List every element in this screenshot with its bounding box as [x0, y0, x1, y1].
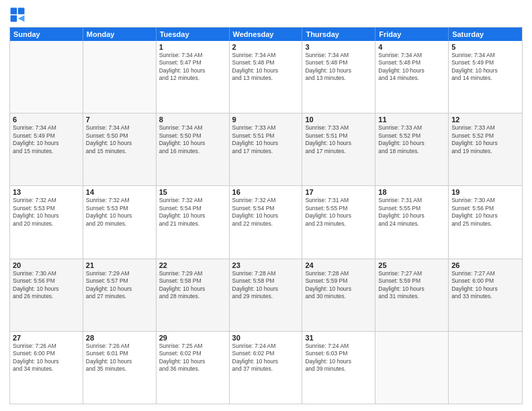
cell-info: Sunrise: 7:34 AM Sunset: 5:48 PM Dayligh…: [232, 52, 300, 83]
cell-info: Sunrise: 7:34 AM Sunset: 5:48 PM Dayligh…: [305, 52, 372, 83]
day-number: 29: [159, 334, 226, 342]
day-number: 20: [13, 261, 80, 269]
calendar-cell: 6Sunrise: 7:34 AM Sunset: 5:49 PM Daylig…: [10, 113, 83, 185]
day-number: 27: [13, 334, 80, 342]
cell-info: Sunrise: 7:31 AM Sunset: 5:55 PM Dayligh…: [305, 197, 372, 228]
calendar-row-4: 20Sunrise: 7:30 AM Sunset: 5:56 PM Dayli…: [10, 259, 522, 331]
cell-info: Sunrise: 7:32 AM Sunset: 5:54 PM Dayligh…: [159, 197, 226, 228]
day-number: 23: [232, 261, 300, 269]
day-number: 18: [378, 188, 445, 196]
svg-marker-3: [18, 15, 25, 22]
cell-info: Sunrise: 7:27 AM Sunset: 6:00 PM Dayligh…: [451, 270, 519, 301]
cell-info: Sunrise: 7:32 AM Sunset: 5:54 PM Dayligh…: [232, 197, 300, 228]
day-number: 28: [86, 334, 153, 342]
day-number: 11: [378, 116, 445, 124]
day-number: 4: [378, 43, 445, 51]
calendar-cell: [375, 332, 449, 404]
calendar-cell: 4Sunrise: 7:34 AM Sunset: 5:48 PM Daylig…: [375, 41, 449, 113]
calendar-cell: 5Sunrise: 7:34 AM Sunset: 5:49 PM Daylig…: [449, 41, 522, 113]
cell-info: Sunrise: 7:28 AM Sunset: 5:59 PM Dayligh…: [305, 270, 372, 301]
calendar-cell: 31Sunrise: 7:24 AM Sunset: 6:03 PM Dayli…: [302, 332, 375, 404]
header-cell-friday: Friday: [375, 28, 449, 41]
calendar-cell: 13Sunrise: 7:32 AM Sunset: 5:53 PM Dayli…: [10, 186, 83, 258]
cell-info: Sunrise: 7:24 AM Sunset: 6:02 PM Dayligh…: [232, 342, 300, 373]
calendar-cell: 30Sunrise: 7:24 AM Sunset: 6:02 PM Dayli…: [230, 332, 303, 404]
cell-info: Sunrise: 7:34 AM Sunset: 5:50 PM Dayligh…: [86, 124, 153, 155]
calendar-row-5: 27Sunrise: 7:26 AM Sunset: 6:00 PM Dayli…: [10, 331, 522, 404]
calendar-header-row: SundayMondayTuesdayWednesdayThursdayFrid…: [10, 28, 522, 41]
header-cell-sunday: Sunday: [10, 28, 83, 41]
day-number: 8: [159, 116, 226, 124]
svg-rect-0: [11, 8, 17, 15]
calendar-cell: 26Sunrise: 7:27 AM Sunset: 6:00 PM Dayli…: [449, 259, 522, 331]
page: SundayMondayTuesdayWednesdayThursdayFrid…: [0, 0, 532, 411]
calendar-cell: 18Sunrise: 7:31 AM Sunset: 5:55 PM Dayli…: [375, 186, 449, 258]
calendar-cell: 15Sunrise: 7:32 AM Sunset: 5:54 PM Dayli…: [157, 186, 230, 258]
calendar-cell: 9Sunrise: 7:33 AM Sunset: 5:51 PM Daylig…: [230, 113, 303, 185]
calendar-cell: 27Sunrise: 7:26 AM Sunset: 6:00 PM Dayli…: [10, 332, 83, 404]
cell-info: Sunrise: 7:30 AM Sunset: 5:56 PM Dayligh…: [451, 197, 519, 228]
svg-rect-1: [18, 8, 25, 15]
calendar-row-2: 6Sunrise: 7:34 AM Sunset: 5:49 PM Daylig…: [10, 113, 522, 185]
calendar-cell: 3Sunrise: 7:34 AM Sunset: 5:48 PM Daylig…: [302, 41, 375, 113]
calendar-row-1: 1Sunrise: 7:34 AM Sunset: 5:47 PM Daylig…: [10, 41, 522, 113]
calendar-cell: 19Sunrise: 7:30 AM Sunset: 5:56 PM Dayli…: [449, 186, 522, 258]
calendar-body: 1Sunrise: 7:34 AM Sunset: 5:47 PM Daylig…: [10, 41, 522, 404]
header-cell-tuesday: Tuesday: [157, 28, 230, 41]
day-number: 17: [305, 188, 372, 196]
calendar-cell: 16Sunrise: 7:32 AM Sunset: 5:54 PM Dayli…: [230, 186, 303, 258]
cell-info: Sunrise: 7:31 AM Sunset: 5:55 PM Dayligh…: [378, 197, 445, 228]
logo-icon: [9, 7, 26, 23]
calendar-cell: [449, 332, 522, 404]
calendar-cell: [10, 41, 83, 113]
calendar-cell: 11Sunrise: 7:33 AM Sunset: 5:52 PM Dayli…: [375, 113, 449, 185]
day-number: 31: [305, 334, 372, 342]
cell-info: Sunrise: 7:24 AM Sunset: 6:03 PM Dayligh…: [305, 342, 372, 373]
cell-info: Sunrise: 7:33 AM Sunset: 5:51 PM Dayligh…: [232, 124, 300, 155]
cell-info: Sunrise: 7:32 AM Sunset: 5:53 PM Dayligh…: [13, 197, 80, 228]
cell-info: Sunrise: 7:28 AM Sunset: 5:58 PM Dayligh…: [232, 270, 300, 301]
day-number: 1: [159, 43, 226, 51]
cell-info: Sunrise: 7:33 AM Sunset: 5:52 PM Dayligh…: [451, 124, 519, 155]
calendar-cell: 1Sunrise: 7:34 AM Sunset: 5:47 PM Daylig…: [157, 41, 230, 113]
day-number: 7: [86, 116, 153, 124]
cell-info: Sunrise: 7:32 AM Sunset: 5:53 PM Dayligh…: [86, 197, 153, 228]
svg-rect-2: [11, 15, 17, 22]
day-number: 15: [159, 188, 226, 196]
calendar: SundayMondayTuesdayWednesdayThursdayFrid…: [9, 27, 523, 404]
cell-info: Sunrise: 7:34 AM Sunset: 5:49 PM Dayligh…: [451, 52, 519, 83]
cell-info: Sunrise: 7:29 AM Sunset: 5:57 PM Dayligh…: [86, 270, 153, 301]
calendar-cell: 2Sunrise: 7:34 AM Sunset: 5:48 PM Daylig…: [230, 41, 303, 113]
day-number: 19: [451, 188, 519, 196]
day-number: 13: [13, 188, 80, 196]
header-cell-wednesday: Wednesday: [230, 28, 303, 41]
cell-info: Sunrise: 7:34 AM Sunset: 5:47 PM Dayligh…: [159, 52, 226, 83]
calendar-cell: 7Sunrise: 7:34 AM Sunset: 5:50 PM Daylig…: [83, 113, 157, 185]
cell-info: Sunrise: 7:34 AM Sunset: 5:49 PM Dayligh…: [13, 124, 80, 155]
calendar-cell: 28Sunrise: 7:26 AM Sunset: 6:01 PM Dayli…: [83, 332, 157, 404]
day-number: 6: [13, 116, 80, 124]
cell-info: Sunrise: 7:26 AM Sunset: 6:01 PM Dayligh…: [86, 342, 153, 373]
calendar-cell: 29Sunrise: 7:25 AM Sunset: 6:02 PM Dayli…: [157, 332, 230, 404]
day-number: 12: [451, 116, 519, 124]
calendar-cell: 12Sunrise: 7:33 AM Sunset: 5:52 PM Dayli…: [449, 113, 522, 185]
logo: [9, 7, 28, 23]
header-cell-monday: Monday: [83, 28, 157, 41]
cell-info: Sunrise: 7:34 AM Sunset: 5:50 PM Dayligh…: [159, 124, 226, 155]
cell-info: Sunrise: 7:25 AM Sunset: 6:02 PM Dayligh…: [159, 342, 226, 373]
calendar-row-3: 13Sunrise: 7:32 AM Sunset: 5:53 PM Dayli…: [10, 185, 522, 258]
day-number: 30: [232, 334, 300, 342]
day-number: 9: [232, 116, 300, 124]
header: [9, 7, 523, 23]
cell-info: Sunrise: 7:30 AM Sunset: 5:56 PM Dayligh…: [13, 270, 80, 301]
day-number: 5: [451, 43, 519, 51]
day-number: 14: [86, 188, 153, 196]
calendar-cell: 24Sunrise: 7:28 AM Sunset: 5:59 PM Dayli…: [302, 259, 375, 331]
calendar-cell: 20Sunrise: 7:30 AM Sunset: 5:56 PM Dayli…: [10, 259, 83, 331]
calendar-cell: 14Sunrise: 7:32 AM Sunset: 5:53 PM Dayli…: [83, 186, 157, 258]
header-cell-saturday: Saturday: [449, 28, 522, 41]
calendar-cell: 8Sunrise: 7:34 AM Sunset: 5:50 PM Daylig…: [157, 113, 230, 185]
cell-info: Sunrise: 7:29 AM Sunset: 5:58 PM Dayligh…: [159, 270, 226, 301]
day-number: 24: [305, 261, 372, 269]
calendar-cell: 25Sunrise: 7:27 AM Sunset: 5:59 PM Dayli…: [375, 259, 449, 331]
